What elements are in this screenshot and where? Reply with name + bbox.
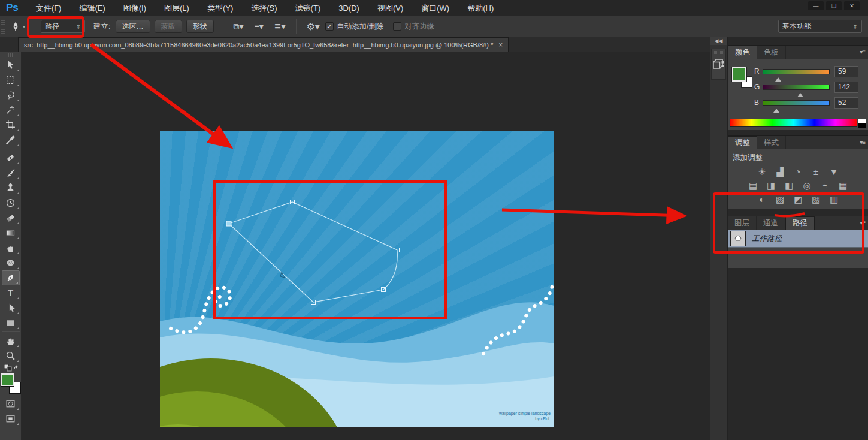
menu-file[interactable]: 文件(F) (27, 0, 71, 16)
menu-help[interactable]: 帮助(H) (458, 0, 503, 16)
smudge-tool[interactable] (2, 240, 20, 255)
collapse-dock-icon[interactable]: ◀◀ (710, 37, 727, 45)
rectangle-tool[interactable] (2, 315, 20, 330)
move-tool[interactable] (2, 58, 20, 73)
tab-swatches[interactable]: 色板 (757, 46, 786, 59)
tab-channels[interactable]: 通道 (757, 216, 785, 230)
history-brush-tool[interactable] (2, 195, 20, 210)
zoom-tool[interactable] (2, 348, 20, 363)
menu-view[interactable]: 视图(V) (368, 0, 412, 16)
tab-color[interactable]: 颜色 (728, 46, 757, 59)
red-slider[interactable] (763, 69, 830, 74)
screen-mode[interactable] (2, 411, 20, 426)
path-arrange-icon[interactable]: ≣▾ (269, 22, 291, 31)
menu-type[interactable]: 类型(Y) (198, 0, 242, 16)
tab-adjustments[interactable]: 调整 (728, 136, 757, 149)
photo-filter-icon[interactable]: ◎ (801, 180, 813, 191)
tab-styles[interactable]: 样式 (757, 136, 786, 149)
tab-close-icon[interactable]: × (498, 41, 503, 49)
clone-stamp-tool[interactable] (2, 180, 20, 195)
eyedropper-tool[interactable] (2, 132, 20, 147)
path-thumbnail[interactable] (730, 231, 746, 246)
color-lookup-icon[interactable]: ▦ (837, 180, 849, 191)
menu-select[interactable]: 选择(S) (242, 0, 286, 16)
levels-icon[interactable]: ▟ (774, 167, 786, 177)
exposure-icon[interactable]: ± (810, 167, 822, 177)
color-spectrum-ramp[interactable] (730, 119, 857, 127)
toolbox-grip[interactable] (5, 53, 17, 57)
menu-bar: Ps 文件(F) 编辑(E) 图像(I) 图层(L) 类型(Y) 选择(S) 滤… (0, 0, 868, 16)
magic-wand-tool[interactable] (2, 103, 20, 117)
paths-panel-tabs: 图层 通道 路径 ▾≡ (728, 216, 868, 230)
gradient-map-icon[interactable]: ▧ (810, 194, 822, 205)
auto-add-delete-checkbox[interactable]: ✓ (325, 22, 334, 31)
menu-3d[interactable]: 3D(D) (329, 0, 368, 16)
make-shape-button[interactable]: 形状 (186, 20, 214, 33)
menu-window[interactable]: 窗口(W) (412, 0, 458, 16)
dodge-tool[interactable] (2, 255, 20, 270)
options-bar-grip[interactable] (1, 19, 5, 34)
rectangular-marquee-tool[interactable] (2, 73, 20, 88)
tab-paths[interactable]: 路径 (785, 216, 815, 230)
vibrance-icon[interactable]: ▼ (828, 167, 840, 177)
crop-tool[interactable] (2, 117, 20, 132)
document-tab[interactable]: src=http__hbimg.b0.upaiyun.com_08b89e3bf… (18, 37, 509, 52)
document-canvas[interactable]: wallpaper simple landscape by cRuL (160, 131, 554, 427)
spectrum-bw-swatches[interactable] (858, 119, 866, 127)
path-operations-icon[interactable]: ⧉▾ (228, 22, 249, 32)
blue-value-field[interactable]: 52 (834, 97, 858, 109)
align-edges-checkbox[interactable]: ✓ (393, 22, 401, 31)
pen-tool[interactable] (2, 270, 20, 285)
collapsed-3d-panel[interactable] (711, 49, 726, 80)
menu-filter[interactable]: 滤镜(T) (286, 0, 330, 16)
maximize-button[interactable]: ❑ (826, 1, 842, 10)
color-balance-icon[interactable]: ◨ (765, 180, 777, 191)
menu-layer[interactable]: 图层(L) (155, 0, 198, 16)
brightness-contrast-icon[interactable]: ☀ (756, 167, 768, 177)
tool-mode-dropdown[interactable]: 路径 ⇕ (41, 20, 85, 33)
panel-menu-icon[interactable]: ▾≡ (860, 49, 865, 55)
hue-saturation-icon[interactable]: ▤ (747, 180, 759, 191)
panel-menu-icon[interactable]: ▾≡ (860, 219, 865, 226)
close-button[interactable]: ✕ (844, 1, 860, 10)
gradient-tool[interactable] (2, 225, 20, 240)
hand-tool[interactable] (2, 333, 20, 348)
foreground-background-swatches (1, 373, 21, 394)
lasso-tool[interactable] (2, 88, 20, 103)
invert-icon[interactable]: ◐ (756, 194, 768, 205)
path-selection-tool[interactable] (2, 300, 20, 315)
make-selection-button[interactable]: 选区… (116, 20, 150, 33)
menu-image[interactable]: 图像(I) (114, 0, 155, 16)
eraser-tool[interactable] (2, 210, 20, 225)
pen-tool-preset-icon[interactable]: ▾ (8, 20, 28, 33)
panel-menu-icon[interactable]: ▾≡ (860, 139, 865, 146)
path-anchor-selected[interactable] (226, 221, 231, 226)
selective-color-icon[interactable]: ▥ (828, 194, 840, 205)
posterize-icon[interactable]: ▨ (774, 194, 786, 205)
curves-icon[interactable]: ◔ (792, 167, 804, 177)
tab-layers[interactable]: 图层 (728, 216, 757, 230)
properties-3d-icon[interactable] (712, 58, 726, 72)
brush-tool[interactable] (2, 165, 20, 180)
blue-slider[interactable] (763, 100, 830, 106)
type-tool[interactable]: T (2, 285, 20, 300)
workspace-switcher[interactable]: 基本功能 ⇕ (778, 20, 862, 33)
dock-grip[interactable] (713, 51, 725, 54)
threshold-icon[interactable]: ◩ (792, 194, 804, 205)
menu-edit[interactable]: 编辑(E) (70, 0, 114, 16)
path-alignment-icon[interactable]: ≡▾ (249, 22, 269, 31)
channel-mixer-icon[interactable]: ◓ (819, 180, 831, 191)
spot-healing-brush-tool[interactable] (2, 150, 20, 165)
foreground-color-swatch[interactable] (732, 67, 746, 82)
green-value-field[interactable]: 142 (834, 82, 858, 93)
green-slider[interactable] (763, 85, 830, 90)
red-value-field[interactable]: 59 (834, 66, 858, 77)
work-path-row[interactable]: 工作路径 (728, 230, 868, 248)
minimize-button[interactable]: — (808, 1, 824, 10)
workspace-value: 基本功能 (782, 22, 811, 32)
black-white-icon[interactable]: ◧ (783, 180, 795, 191)
quick-mask-mode[interactable] (2, 396, 20, 411)
gear-icon[interactable]: ⚙▾ (301, 21, 325, 32)
foreground-color-swatch[interactable] (1, 373, 14, 386)
swap-colors-icon[interactable] (2, 363, 20, 373)
